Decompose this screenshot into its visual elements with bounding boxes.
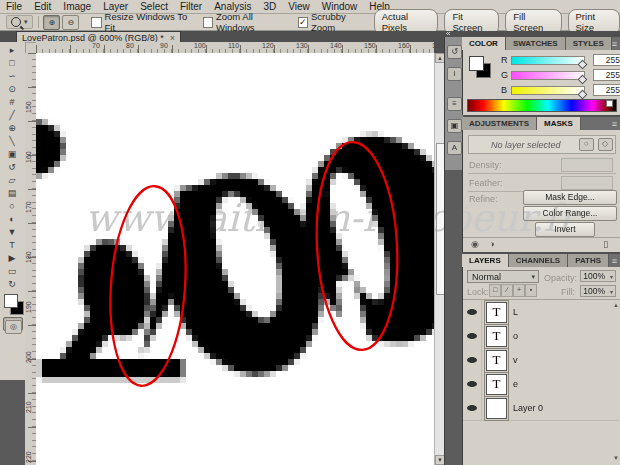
layer-thumbnail[interactable]: T xyxy=(486,326,507,347)
quick-selection-tool[interactable]: ⊙ xyxy=(3,83,21,95)
mask-edge-button[interactable]: Mask Edge... xyxy=(523,190,617,205)
tab-styles[interactable]: STYLES xyxy=(566,37,612,50)
history-brush-tool[interactable]: ↺ xyxy=(3,161,21,173)
tab-masks[interactable]: MASKS xyxy=(537,117,581,130)
checkbox-zoom-all-windows[interactable]: Zoom All Windows xyxy=(203,11,288,33)
zoom-in-mode-button[interactable]: ⊕ xyxy=(43,15,60,30)
path-selection-tool[interactable]: ▶ xyxy=(3,252,21,264)
type-tool[interactable]: T xyxy=(3,239,21,251)
channel-slider[interactable] xyxy=(511,86,585,95)
zoom-checkbox-group: Resize Windows To FitZoom All Windows✓Sc… xyxy=(81,11,367,33)
pen-tool[interactable]: ▼ xyxy=(3,226,21,238)
visibility-eye-icon[interactable] xyxy=(467,357,477,363)
zoom-out-mode-button[interactable]: ⊖ xyxy=(62,15,79,30)
checkbox-box[interactable]: ✓ xyxy=(298,17,308,28)
healing-brush-tool[interactable]: ⊕ xyxy=(3,122,21,134)
slider-handle[interactable] xyxy=(578,59,588,69)
layer-thumbnail[interactable]: T xyxy=(486,302,507,323)
slider-handle[interactable] xyxy=(578,89,588,99)
channel-value-field[interactable]: 255 xyxy=(593,69,620,81)
scroll-down-icon[interactable]: ▼ xyxy=(613,455,619,461)
lock-transparency-icon[interactable]: □ xyxy=(489,284,501,297)
layer-thumbnail[interactable] xyxy=(486,398,507,419)
history-panel-icon[interactable]: ↺ xyxy=(447,45,462,59)
visibility-eye-icon[interactable] xyxy=(467,309,477,315)
tab-layers[interactable]: LAYERS xyxy=(462,254,509,267)
menu-item-file[interactable]: File xyxy=(0,1,28,12)
lock-all-icon[interactable]: ▪ xyxy=(525,284,537,297)
brush-tool[interactable]: ╲ xyxy=(3,135,21,147)
dodge-tool[interactable]: ◐ xyxy=(3,213,21,225)
info-panel-icon[interactable]: i xyxy=(447,67,462,81)
tool-preset-picker[interactable]: ▾ xyxy=(6,15,33,29)
3d-rotate-tool[interactable]: ↻ xyxy=(3,278,21,290)
tab-paths[interactable]: PATHS xyxy=(568,254,609,267)
invert-button[interactable]: Invert xyxy=(535,222,595,237)
marquee-tool[interactable]: □ xyxy=(3,57,21,69)
panel-menu-icon[interactable]: ≡ xyxy=(612,39,617,49)
channel-slider[interactable] xyxy=(511,71,585,80)
visibility-eye-icon[interactable] xyxy=(467,333,477,339)
slider-line xyxy=(468,173,616,174)
opacity-field[interactable]: 100%▾ xyxy=(580,270,616,282)
checkbox-box[interactable] xyxy=(203,17,213,28)
shape-tool[interactable]: ▭ xyxy=(3,265,21,277)
panel-dock-strip: ↺i≡▣A xyxy=(444,37,463,170)
channel-value-field[interactable]: 255 xyxy=(593,84,620,96)
fill-field[interactable]: 100%▾ xyxy=(580,285,616,297)
panel-menu-icon[interactable]: ≡ xyxy=(612,119,617,129)
tab-swatches[interactable]: SWATCHES xyxy=(506,37,566,50)
checkbox-box[interactable] xyxy=(91,17,101,28)
layer-thumbnail[interactable]: T xyxy=(486,350,507,371)
lock-position-icon[interactable]: + xyxy=(513,284,525,297)
eyedropper-tool[interactable]: ╱ xyxy=(3,109,21,121)
eraser-tool[interactable]: ▱ xyxy=(3,174,21,186)
channel-label: B xyxy=(501,85,511,95)
layer-thumbnail[interactable]: T xyxy=(486,374,507,395)
checkbox-scrubby-zoom[interactable]: ✓Scrubby Zoom xyxy=(298,11,368,33)
foreground-color-swatch[interactable] xyxy=(4,294,18,308)
ruler-label: 140 xyxy=(330,42,342,49)
quick-mask-button[interactable]: ◎ xyxy=(5,320,22,334)
move-tool[interactable]: ▸ xyxy=(3,44,21,56)
mask-visibility-eye-icon[interactable]: ◑ xyxy=(489,239,494,249)
tab-color[interactable]: COLOR xyxy=(462,37,506,50)
menu-item-edit[interactable]: Edit xyxy=(28,1,57,12)
ruler-label: 170 xyxy=(25,201,32,213)
layer-row-o[interactable]: To xyxy=(463,324,619,349)
clone-stamp-tool[interactable]: ▣ xyxy=(3,148,21,160)
channel-slider[interactable] xyxy=(511,56,585,65)
visibility-eye-icon[interactable] xyxy=(467,405,477,411)
blend-mode-dropdown[interactable]: Normal▾ xyxy=(467,270,539,283)
feather-field[interactable] xyxy=(561,176,613,190)
panel-menu-icon[interactable]: ≡ xyxy=(612,256,617,266)
tab-adjustments[interactable]: ADJUSTMENTS xyxy=(462,117,537,130)
trash-icon[interactable]: ▯ xyxy=(603,239,608,249)
visibility-eye-icon[interactable] xyxy=(467,381,477,387)
crop-tool[interactable]: # xyxy=(3,96,21,108)
lock-pixels-icon[interactable]: ∕ xyxy=(501,284,513,297)
pixel-mask-icon[interactable]: ○ xyxy=(579,138,594,151)
density-field[interactable] xyxy=(561,158,613,172)
scroll-up-icon[interactable]: ▲ xyxy=(613,302,619,308)
color-spectrum-ramp[interactable] xyxy=(467,99,617,112)
tab-channels[interactable]: CHANNELS xyxy=(509,254,568,267)
channel-value-field[interactable]: 255 xyxy=(593,54,620,66)
document-canvas-area[interactable] xyxy=(36,53,434,465)
foreground-color-swatch-panel[interactable] xyxy=(469,56,484,71)
blur-tool[interactable]: ○ xyxy=(3,200,21,212)
layer-row-e[interactable]: Te xyxy=(463,372,619,397)
layer-row-v[interactable]: Tv xyxy=(463,348,619,373)
checkbox-resize-windows-to-fit[interactable]: Resize Windows To Fit xyxy=(91,11,192,33)
character-panel-icon[interactable]: A xyxy=(447,141,462,155)
slider-handle[interactable] xyxy=(578,74,588,84)
gradient-tool[interactable]: ▤ xyxy=(3,187,21,199)
color-range-button[interactable]: Color Range... xyxy=(523,206,617,221)
vector-mask-icon[interactable]: ◇ xyxy=(598,138,613,151)
clone-source-panel-icon[interactable]: ▣ xyxy=(447,119,462,133)
apply-mask-icon[interactable]: ◉ xyxy=(471,239,479,249)
lasso-tool[interactable]: ∽ xyxy=(3,70,21,82)
layer-row-layer-0[interactable]: Layer 0 xyxy=(463,396,619,421)
layer-row-l[interactable]: TL xyxy=(463,300,619,325)
brushes-panel-icon[interactable]: ≡ xyxy=(447,97,462,111)
